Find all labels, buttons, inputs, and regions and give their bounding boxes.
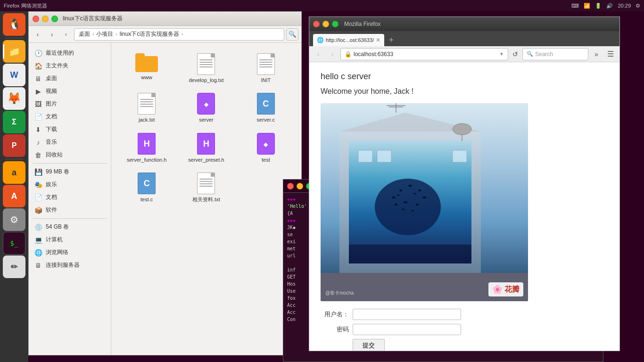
file-label-server-c: server.c — [257, 116, 275, 123]
firefox-maximize-button[interactable] — [332, 21, 339, 27]
computer-icon: 💻 — [34, 236, 42, 244]
writer-icon: W — [10, 70, 18, 80]
firefox-tab-active[interactable]: 🌐 http://loc...ost:63633/ ✕ — [313, 34, 384, 46]
page-weibo: @客卡mocha — [325, 290, 354, 296]
ff-back-button[interactable]: ‹ — [312, 48, 324, 60]
svg-point-18 — [402, 209, 405, 210]
fm-up-button[interactable]: ‹ — [60, 28, 72, 41]
new-tab-button[interactable]: + — [385, 34, 397, 46]
launcher-icon-software[interactable]: A — [3, 185, 25, 207]
sidebar-item-entertainment[interactable]: 🎭 娱乐 — [29, 178, 111, 191]
sidebar-item-downloads[interactable]: ⬇ 下载 — [29, 123, 111, 136]
breadcrumb-desktop[interactable]: 桌面 — [77, 30, 91, 38]
sidebar-item-docs2[interactable]: 📄 文档 — [29, 191, 111, 204]
sidebar-item-videos[interactable]: ▶ 视频 — [29, 85, 111, 98]
impress-icon: P — [12, 141, 17, 150]
launcher-icon-files[interactable]: 📁 — [3, 40, 25, 63]
ff-menu-button[interactable]: ☰ — [604, 48, 617, 60]
home-icon: 🏠 — [34, 62, 42, 70]
sidebar-label-downloads: 下载 — [46, 125, 57, 133]
svg-point-16 — [404, 201, 407, 203]
launcher-icon-calc[interactable]: Σ — [3, 111, 25, 133]
ff-forward-button[interactable]: › — [326, 48, 339, 60]
sidebar-item-software[interactable]: 📦 软件 — [29, 204, 111, 216]
tab-close-button[interactable]: ✕ — [376, 37, 380, 43]
file-item-init[interactable]: INIT — [238, 50, 294, 86]
firefox-minimize-button[interactable] — [322, 21, 329, 27]
sidebar-divider-2 — [33, 218, 107, 219]
fm-back-button[interactable]: ‹ — [32, 28, 44, 41]
file-item-jack[interactable]: jack.txt — [119, 90, 174, 126]
sidebar-item-volume54[interactable]: 💿 54 GB 卷 — [29, 221, 111, 233]
launcher-icon-ubuntu[interactable]: 🐧 — [3, 13, 25, 36]
username-row: 用户名： — [321, 309, 608, 320]
file-item-server[interactable]: server — [178, 90, 234, 126]
videos-icon: ▶ — [34, 88, 42, 95]
sidebar-item-network[interactable]: 🌐 浏览网络 — [29, 246, 111, 259]
svg-point-11 — [399, 189, 402, 191]
launcher-icon-terminal[interactable]: $_ — [3, 232, 25, 255]
firefox-icon: 🦊 — [7, 92, 21, 105]
sidebar-item-music[interactable]: ♪ 音乐 — [29, 136, 111, 148]
fm-forward-button[interactable]: › — [46, 28, 58, 41]
sidebar-item-recent[interactable]: 🕐 最近使用的 — [29, 47, 111, 59]
sidebar-label-software: 软件 — [46, 206, 57, 214]
ff-reload-button[interactable]: ↺ — [510, 49, 520, 59]
file-item-server-c[interactable]: server.c — [238, 90, 294, 126]
taskbar-top-left: Firefox 网络浏览器 — [4, 2, 47, 9]
launcher-icon-firefox[interactable]: 🦊 — [3, 87, 25, 110]
sidebar-label-volume54: 54 GB 卷 — [46, 223, 69, 231]
ff-url-bar[interactable]: 🔒 localhost:63633 ▼ — [340, 48, 508, 60]
sidebar-item-pictures[interactable]: 🖼 图片 — [29, 98, 111, 110]
sidebar-label-computer: 计算机 — [46, 236, 63, 244]
file-item-server-function-h[interactable]: server_function.h — [119, 130, 174, 166]
submit-button[interactable]: 提交 — [353, 339, 385, 351]
terminal-minimize-button[interactable] — [297, 183, 303, 189]
taskbar-top: Firefox 网络浏览器 ⌨ 📶 🔋 🔊 20:29 ⚙ — [0, 0, 644, 11]
sidebar-item-trash[interactable]: 🗑 回收站 — [29, 148, 111, 161]
ff-search-bar[interactable]: 🔍 Search — [522, 48, 588, 60]
breadcrumb-projects[interactable]: 小项目 — [95, 30, 115, 38]
launcher-icon-scratch[interactable]: ✏ — [3, 255, 25, 278]
launcher-icon-writer[interactable]: W — [3, 64, 25, 86]
svg-rect-24 — [358, 150, 372, 162]
sidebar-item-documents[interactable]: 📄 文档 — [29, 110, 111, 123]
file-item-develop-log[interactable]: develop_log.txt — [178, 50, 234, 86]
terminal-close-button[interactable] — [287, 183, 294, 189]
login-form: 用户名： 密码 提交 — [321, 309, 608, 351]
sidebar-item-volume99[interactable]: 💾 99 MB 卷 — [29, 165, 111, 178]
launcher-icon-amazon[interactable]: a — [3, 161, 25, 184]
breadcrumb-current[interactable]: linux下c语言实现服务器 — [118, 30, 181, 38]
launcher-divider — [5, 38, 24, 38]
launcher-icon-impress[interactable]: P — [3, 134, 25, 157]
sidebar-label-docs2: 文档 — [46, 193, 57, 201]
username-input[interactable] — [353, 309, 461, 320]
file-item-test[interactable]: test — [238, 130, 294, 166]
file-item-server-preset-h[interactable]: server_preset.h — [178, 130, 234, 166]
ff-url-text: localhost:63633 — [354, 51, 497, 58]
file-label-jack: jack.txt — [139, 116, 155, 123]
txt-init-icon — [257, 53, 275, 75]
file-item-www[interactable]: www — [119, 50, 174, 86]
sidebar-item-home[interactable]: 🏠 主文件夹 — [29, 59, 111, 72]
file-item-test-c[interactable]: test.c — [119, 170, 174, 206]
launcher-icon-settings[interactable]: ⚙ — [3, 208, 25, 231]
page-welcome: Welcome your home, Jack ! — [321, 87, 608, 96]
firefox-close-button[interactable] — [313, 21, 320, 27]
file-item-related-docs[interactable]: 相关资料.txt — [178, 170, 234, 206]
ff-url-dropdown-icon[interactable]: ▼ — [499, 51, 504, 57]
fm-maximize-button[interactable] — [51, 16, 58, 22]
sidebar-item-computer[interactable]: 💻 计算机 — [29, 233, 111, 246]
ff-extensions-button[interactable]: » — [590, 48, 603, 60]
sidebar-item-connect-server[interactable]: 🖥 连接到服务器 — [29, 259, 111, 272]
file-label-server-preset-h: server_preset.h — [188, 156, 224, 163]
page-image: 🌸 花瓣 @客卡mocha — [321, 103, 528, 301]
password-input[interactable] — [353, 324, 461, 335]
sidebar-label-network: 浏览网络 — [46, 248, 68, 256]
breadcrumb-bar: 桌面 › 小项目 › linux下c语言实现服务器 › — [74, 28, 284, 41]
fm-minimize-button[interactable] — [42, 16, 49, 22]
fm-search-button[interactable]: 🔍 — [286, 28, 298, 41]
fm-close-button[interactable] — [33, 16, 39, 22]
sidebar-item-desktop[interactable]: 🖥 桌面 — [29, 72, 111, 85]
svg-point-21 — [414, 193, 416, 195]
